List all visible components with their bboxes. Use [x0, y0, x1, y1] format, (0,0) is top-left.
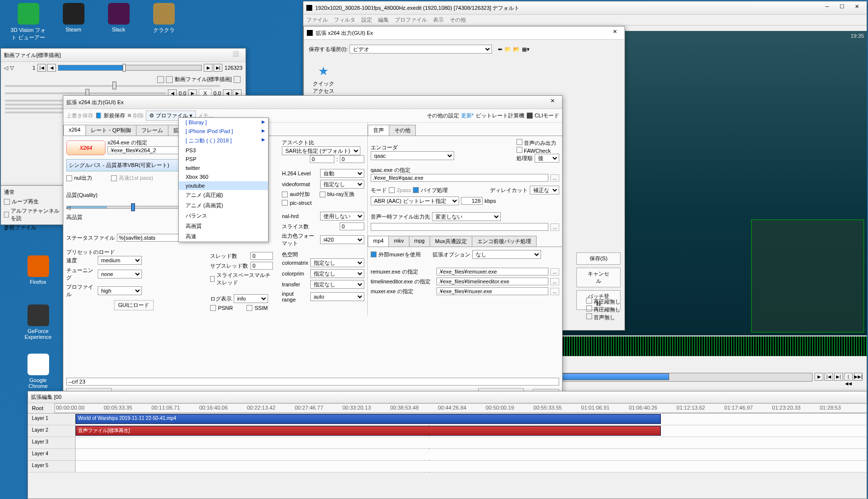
delay-select[interactable]: 補正なし	[530, 186, 559, 194]
checkbox[interactable]	[282, 192, 288, 197]
first-button[interactable]: |◀	[37, 64, 46, 72]
outfmt-select[interactable]: i420	[320, 235, 364, 244]
crf-input[interactable]	[66, 378, 559, 386]
star-icon[interactable]: ★	[316, 64, 331, 80]
inrng-select[interactable]: auto	[310, 292, 364, 301]
menu-edit[interactable]: 編集	[378, 16, 389, 24]
new-save-button[interactable]: 📘 新規保存	[95, 112, 125, 119]
checkbox-checked[interactable]	[371, 251, 377, 257]
checkbox[interactable]	[210, 276, 215, 282]
checkbox-checked[interactable]	[413, 187, 419, 193]
menu-item-twitter[interactable]: twitter	[179, 164, 268, 172]
desktop-icon[interactable]: Google Chrome	[20, 354, 56, 389]
menu-view[interactable]: 表示	[433, 16, 444, 24]
menu-item-xbox[interactable]: Xbox 360	[179, 172, 268, 181]
next-button[interactable]: ▶	[204, 64, 213, 72]
browse-button[interactable]: ...	[550, 174, 559, 182]
menu-filter[interactable]: フィルタ	[334, 16, 355, 24]
menu-other[interactable]: その他	[450, 16, 466, 24]
sar-w[interactable]	[310, 155, 334, 163]
checkbox[interactable]	[282, 200, 288, 206]
delete-button[interactable]: ✖ 削除	[127, 112, 144, 119]
menu-item-hq[interactable]: 高画質	[179, 221, 268, 231]
menu-item-nico[interactable]: [ ニコ動 (く) 2018 ]	[179, 136, 268, 146]
colmx-select[interactable]: 指定なし	[310, 258, 364, 267]
tab-other[interactable]: その他	[389, 125, 416, 136]
menu-item-bluray[interactable]: [ Bluray ]	[179, 118, 268, 127]
layer-label[interactable]: Layer 1	[28, 414, 76, 425]
tab-mux-common[interactable]: Mux共通設定	[430, 236, 472, 247]
play-button[interactable]: ▶	[814, 373, 823, 381]
desktop-icon[interactable]: Slack	[100, 3, 137, 32]
video-clip[interactable]: World of Warships 2019-11-11 22-50-41.mp…	[76, 414, 661, 424]
tune-select[interactable]: none	[98, 270, 142, 278]
desktop-icon[interactable]: Firefox	[20, 255, 56, 285]
level-select[interactable]: 自動	[320, 169, 364, 178]
other-settings[interactable]: その他の設定	[427, 112, 459, 119]
threads-input[interactable]	[250, 252, 273, 260]
tline-input[interactable]	[436, 277, 548, 285]
view-icon[interactable]: ▦▾	[522, 46, 530, 53]
menu-file[interactable]: ファイル	[306, 16, 328, 24]
menu-item-anime-hc[interactable]: アニメ (高圧縮)	[179, 190, 268, 200]
tab-x264[interactable]: x264	[63, 125, 86, 136]
checkbox[interactable]	[246, 305, 252, 311]
speed-select[interactable]: medium	[98, 256, 142, 265]
last-button[interactable]: ▶|	[214, 64, 222, 72]
tmp-path-input[interactable]	[371, 223, 548, 231]
close-button[interactable]: ✕	[608, 28, 622, 37]
save-button[interactable]: 保存(S)	[576, 252, 621, 265]
xfer-select[interactable]: 指定なし	[310, 280, 364, 289]
menu-item-fast[interactable]: 高速	[179, 231, 268, 242]
tab-mkv[interactable]: mkv	[388, 236, 409, 247]
browse-button[interactable]: ...	[550, 268, 559, 276]
checkbox[interactable]	[516, 139, 522, 145]
checkbox[interactable]	[4, 212, 9, 218]
layer-track[interactable]	[76, 461, 867, 472]
muxer-input[interactable]	[436, 287, 548, 295]
checkbox[interactable]	[516, 147, 522, 153]
layer-label[interactable]: Layer 2	[28, 425, 76, 437]
gui-load-button[interactable]: GUIにロード	[114, 300, 154, 310]
root-button[interactable]: Root	[28, 403, 55, 413]
save-button[interactable]: 上書き保存	[66, 112, 93, 119]
first-frame-button[interactable]: |◀◀	[844, 373, 853, 381]
close-button[interactable]: ✕	[545, 98, 559, 107]
icon-button[interactable]	[234, 76, 241, 83]
menu-item-balance[interactable]: バランス	[179, 211, 268, 221]
slider-left-icon[interactable]: ◁	[66, 205, 70, 211]
tab-mp4[interactable]: mp4	[368, 236, 389, 247]
layer-track[interactable]: World of Warships 2019-11-11 22-50-41.mp…	[76, 414, 867, 425]
checkbox[interactable]	[111, 175, 117, 181]
prev-button[interactable]: ◀	[47, 64, 56, 72]
remux-input[interactable]	[436, 268, 548, 276]
maximize-button[interactable]: ☐	[835, 3, 849, 12]
icon-button[interactable]	[157, 76, 164, 83]
location-select[interactable]: ビデオ	[350, 45, 492, 54]
checkbox[interactable]	[586, 313, 592, 319]
bitrate-input[interactable]	[461, 197, 483, 205]
checkbox[interactable]	[66, 175, 72, 181]
nalhrd-select[interactable]: 使用しない	[320, 212, 364, 221]
profile-select[interactable]: high	[98, 286, 142, 295]
next-frame-button[interactable]: ▶|	[834, 373, 843, 381]
arrow-down-icon[interactable]: ▽	[10, 65, 14, 71]
aspect-select[interactable]: SAR比を指定 (デフォルト)	[282, 146, 360, 155]
vfmt-select[interactable]: 指定なし	[320, 180, 364, 189]
desktop-icon[interactable]: Steam	[55, 3, 92, 32]
checkbox[interactable]	[586, 305, 592, 311]
checkbox[interactable]	[320, 192, 326, 197]
arrow-left-icon[interactable]: ◁	[4, 65, 8, 71]
layer-track[interactable]	[76, 449, 867, 460]
up-icon[interactable]: 📁	[504, 46, 511, 53]
desktop-icon[interactable]: GeForce Experience	[20, 305, 56, 340]
tab-frame[interactable]: フレーム	[136, 125, 168, 136]
prev-frame-button[interactable]: |◀	[824, 373, 833, 381]
colpr-select[interactable]: 指定なし	[310, 269, 364, 278]
slices-input[interactable]	[340, 222, 364, 230]
tmp-audio-select[interactable]: 変更しない	[432, 212, 501, 221]
param-slider[interactable]	[5, 92, 166, 94]
desktop-icon[interactable]: 3D Vision フォト ビューアー	[10, 3, 47, 41]
browse-button[interactable]: ...	[550, 278, 559, 285]
param-slider[interactable]	[5, 85, 220, 87]
